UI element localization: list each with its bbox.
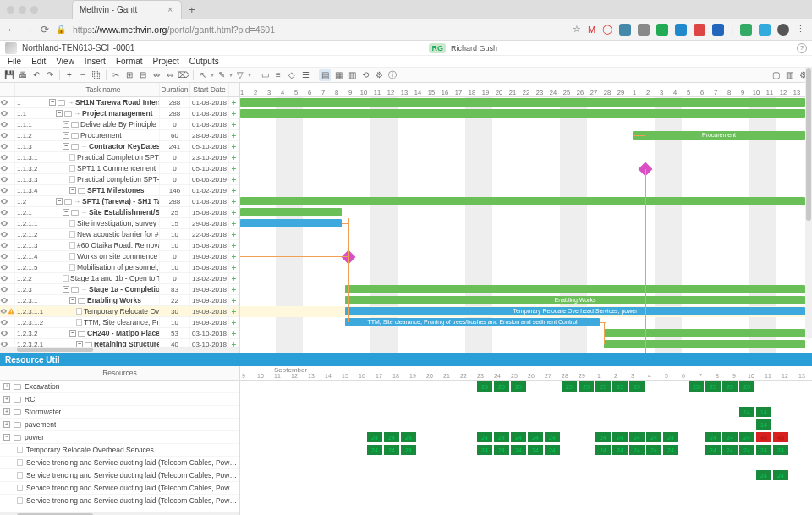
util-cell[interactable]: 24 [401, 432, 416, 442]
resource-row[interactable]: +Excavation [0, 381, 239, 393]
util-cell[interactable]: 24 [384, 445, 399, 455]
add-subtask[interactable]: + [229, 328, 239, 338]
visibility-toggle[interactable] [0, 262, 15, 272]
duration[interactable]: 60 [160, 130, 190, 140]
gantt-chart[interactable]: 1234567891011121314151617181920212223242… [240, 83, 812, 353]
task-row[interactable]: 1.1.2−Procurement6028-09-2018+ [0, 130, 239, 141]
start-date[interactable]: 23-10-2019 [190, 152, 229, 162]
task-row[interactable]: 1.2.3.1.1Temporary Relocate Overhead Ser… [0, 306, 239, 317]
util-cell[interactable]: 25 [477, 381, 492, 392]
start-date[interactable]: 22-08-2018 [190, 229, 229, 239]
collapse-icon[interactable]: − [63, 121, 69, 128]
gantt-row[interactable] [240, 218, 812, 229]
task-row[interactable]: 1.2.2Stage 1a and 1b - Open to Traffic01… [0, 273, 239, 284]
util-cell[interactable]: 24 [595, 445, 611, 455]
util-cell[interactable]: 24 [511, 445, 526, 455]
star-icon[interactable]: ☆ [573, 24, 581, 35]
task-row[interactable]: 1.1−→Project management28801-08-2018+ [0, 108, 239, 119]
task-name[interactable]: Practical Completion SPT1 [47, 152, 160, 162]
task-name[interactable]: −Enabling Works [47, 295, 160, 305]
gantt-row[interactable]: Temporary Relocate Overhead Services, po… [240, 306, 812, 317]
gantt-bar[interactable]: Temporary Relocate Overhead Services, po… [345, 307, 805, 315]
url-display[interactable]: https://www.methvin.org/portal/gantt.htm… [73, 25, 275, 35]
start-date[interactable]: 03-10-2018 [190, 339, 229, 347]
task-row[interactable]: 1.1.3.4−SPT1 Milestones14601-02-2019+ [0, 185, 239, 196]
add-subtask[interactable]: + [229, 152, 239, 162]
task-name[interactable]: Practical completion SPT-T1 [47, 174, 160, 184]
visibility-toggle[interactable] [0, 273, 15, 283]
close-icon[interactable]: × [167, 5, 173, 14]
duration[interactable]: 53 [160, 328, 190, 338]
v-scrollbar[interactable] [805, 68, 812, 338]
ext-icon[interactable] [656, 24, 668, 36]
util-cell[interactable]: 24 [646, 432, 661, 442]
expand-icon[interactable]: ⊞ [123, 69, 135, 81]
util-cell[interactable]: 24 [595, 432, 611, 442]
delete-icon[interactable]: ⌦ [178, 69, 189, 81]
gantt-bar[interactable] [604, 329, 805, 337]
gantt-bar[interactable] [604, 340, 805, 348]
duration[interactable]: 10 [160, 240, 190, 250]
gantt-row[interactable] [240, 152, 812, 163]
util-cell[interactable]: 25 [689, 381, 704, 392]
gantt-bar[interactable] [240, 98, 805, 107]
task-row[interactable]: 1.2.3.2.1−Retaining Structure4003-10-201… [0, 339, 239, 347]
task-row[interactable]: 1.2.1−→Site Establishment/Set_up2515-08-… [0, 207, 239, 218]
window-controls[interactable] [7, 6, 38, 14]
menu-view[interactable]: View [52, 57, 79, 66]
resource-util-header[interactable]: Resource Util [0, 353, 812, 366]
gantt-row[interactable] [240, 196, 812, 207]
start-date[interactable]: 19-09-2018 [190, 295, 229, 305]
util-cell[interactable]: 24 [756, 470, 771, 480]
task-row[interactable]: 1.2.1.4Works on site commence019-09-2018… [0, 251, 239, 262]
add-subtask[interactable]: + [229, 196, 239, 206]
start-date[interactable]: 03-10-2018 [190, 328, 229, 338]
visibility-toggle[interactable] [0, 130, 15, 140]
start-date[interactable]: 15-08-2018 [190, 262, 229, 272]
task-name[interactable]: Mobilisation of personnel, plant and set… [47, 262, 160, 272]
gantt-row[interactable]: Procurement [240, 130, 812, 141]
task-row[interactable]: 1.1.3.1Practical Completion SPT1023-10-2… [0, 152, 239, 163]
popout-icon[interactable]: ▢ [770, 69, 782, 81]
start-date[interactable]: 19-09-2018 [190, 306, 229, 316]
task-row[interactable]: 1.1.3.3Practical completion SPT-T1006-06… [0, 174, 239, 185]
browser-tab[interactable]: Methvin - Gantt × [72, 0, 182, 19]
gantt-row[interactable] [240, 273, 812, 284]
gantt-row[interactable] [240, 339, 812, 350]
resource-row[interactable]: Service trencing and Service ducting lai… [0, 457, 239, 469]
task-name[interactable]: Stage 1a and 1b - Open to Traffic [47, 273, 160, 283]
resource-row[interactable]: Service trencing and Service ducting lai… [0, 482, 239, 495]
util-cell[interactable]: 25 [612, 381, 628, 392]
add-subtask[interactable]: + [229, 163, 239, 173]
gantt-row[interactable] [240, 163, 812, 174]
start-date[interactable]: 05-10-2018 [190, 163, 229, 173]
util-cell[interactable]: 24 [756, 445, 771, 455]
duration[interactable]: 288 [160, 97, 190, 107]
add-subtask[interactable]: + [229, 284, 239, 294]
filter-icon[interactable]: ▽ [234, 69, 246, 81]
save-icon[interactable]: 💾 [3, 69, 15, 81]
add-icon[interactable]: + [63, 69, 75, 81]
task-row[interactable]: 1.2.3−→Stage 1a - Completion Of Western … [0, 284, 239, 295]
collapse-icon[interactable]: − [69, 330, 76, 337]
util-cell[interactable]: 25 [629, 381, 645, 392]
start-date[interactable]: 05-10-2018 [190, 141, 229, 151]
util-cell[interactable]: 24 [722, 445, 738, 455]
redo-icon[interactable]: ↷ [44, 69, 56, 81]
util-cell[interactable]: 24 [528, 445, 543, 455]
task-row[interactable]: 1.2.1.2New acoustic barrier for #40 Otai… [0, 229, 239, 240]
util-cell[interactable]: 24 [367, 445, 382, 455]
start-date[interactable]: 13-02-2019 [190, 273, 229, 283]
start-date[interactable]: 01-08-2018 [190, 196, 229, 206]
start-date[interactable]: 19-09-2018 [190, 317, 229, 327]
util-cell[interactable]: 24 [477, 445, 492, 455]
user-name[interactable]: Richard Gush [451, 44, 497, 52]
duration[interactable]: 288 [160, 108, 190, 118]
visibility-toggle[interactable] [0, 185, 15, 195]
list-icon[interactable]: ☰ [299, 69, 311, 81]
start-date[interactable]: 01-02-2019 [190, 185, 229, 195]
gantt-row[interactable] [240, 141, 812, 152]
visibility-toggle[interactable] [0, 163, 15, 173]
task-name[interactable]: New acoustic barrier for #40 Otaika Rd a… [47, 229, 160, 239]
gantt-row[interactable] [240, 174, 812, 185]
